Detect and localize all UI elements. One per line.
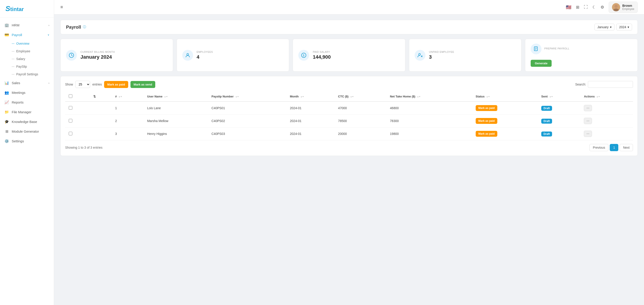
fullscreen-icon[interactable]: ⛶ bbox=[584, 5, 588, 10]
sort-number-icon: ▲▼ bbox=[118, 96, 122, 98]
row-number-1: 2 bbox=[112, 115, 144, 127]
col-month[interactable]: Month ▲▼ bbox=[286, 92, 334, 102]
row-month-0: 2024-01 bbox=[286, 102, 334, 115]
reports-icon: 📈 bbox=[4, 100, 9, 104]
sidebar-item-payroll[interactable]: 💳 Payroll ∨ bbox=[0, 30, 54, 40]
select-all-checkbox[interactable] bbox=[69, 94, 72, 98]
payroll-submenu: Overview Employee Salary PaySlip Payroll… bbox=[0, 40, 54, 78]
col-status[interactable]: Status ▲▼ bbox=[472, 92, 538, 102]
previous-button[interactable]: Previous bbox=[590, 144, 608, 151]
search-input[interactable] bbox=[588, 81, 633, 88]
employees-label: EMPLOYEES bbox=[197, 51, 213, 53]
building-icon: 🏢 bbox=[4, 23, 9, 27]
show-label: Show bbox=[65, 83, 73, 86]
sidebar-item-overview-label: Overview bbox=[16, 42, 29, 45]
dark-mode-icon[interactable]: ☾ bbox=[592, 5, 596, 10]
col-actions[interactable]: Actions ▲▼ bbox=[580, 92, 633, 102]
sidebar-item-meetings[interactable]: 👥 Meetings bbox=[0, 88, 54, 98]
chevron-down-icon: ∨ bbox=[48, 33, 49, 36]
sidebar-nav: 🏢 HRM › 💳 Payroll ∨ Overview Employee Sa… bbox=[0, 18, 54, 305]
mark-as-paid-row-button-1[interactable]: Mark as paid bbox=[476, 118, 498, 124]
sidebar-item-payroll-settings[interactable]: Payroll Settings bbox=[12, 70, 54, 78]
dollar-icon: $ bbox=[298, 50, 309, 61]
row-status-2: Mark as paid bbox=[472, 127, 538, 140]
svg-point-1 bbox=[614, 5, 618, 8]
sidebar-item-settings[interactable]: ⚙️ Settings bbox=[0, 136, 54, 146]
mark-as-paid-row-button-2[interactable]: Mark as paid bbox=[476, 131, 498, 137]
generate-button[interactable]: Generate bbox=[531, 60, 552, 67]
row-number-0: 1 bbox=[112, 102, 144, 115]
col-payslip[interactable]: Payslip Number ▲▼ bbox=[208, 92, 286, 102]
language-flag[interactable]: 🇺🇸 bbox=[566, 5, 572, 10]
sidebar-item-hrm[interactable]: 🏢 HRM › bbox=[0, 20, 54, 30]
user-role: Employee bbox=[622, 8, 634, 11]
action-dots-button-1[interactable]: ··· bbox=[584, 118, 592, 124]
sidebar-item-sales[interactable]: 📊 Sales › bbox=[0, 78, 54, 88]
stat-employees: EMPLOYEES 4 bbox=[177, 39, 289, 72]
col-number[interactable]: # ▲▼ bbox=[112, 92, 144, 102]
info-icon[interactable]: ⓘ bbox=[83, 25, 86, 29]
col-net-take-home[interactable]: Net Take Home ($) ▲▼ bbox=[386, 92, 472, 102]
employees-info: EMPLOYEES 4 bbox=[197, 51, 213, 60]
mark-as-send-button[interactable]: Mark as send bbox=[130, 81, 155, 88]
page-content: Payroll ⓘ January ▾ 2024 ▾ bbox=[54, 15, 644, 305]
user-profile-button[interactable]: Brown Employee bbox=[608, 2, 638, 13]
year-selector[interactable]: 2024 ▾ bbox=[616, 24, 632, 31]
row-checkbox-0[interactable] bbox=[69, 106, 72, 110]
row-net-take-home-2: 19800 bbox=[386, 127, 472, 140]
action-dots-button-2[interactable]: ··· bbox=[584, 131, 592, 137]
hamburger-menu-button[interactable]: ≡ bbox=[60, 5, 63, 10]
col-ctc[interactable]: CTC ($) ▲▼ bbox=[334, 92, 386, 102]
sidebar-item-employee[interactable]: Employee bbox=[12, 47, 54, 55]
sidebar-item-overview[interactable]: Overview bbox=[12, 40, 54, 47]
showing-text: Showing 1 to 3 of 3 entries bbox=[65, 146, 102, 149]
sort-ctc-icon: ▲▼ bbox=[350, 96, 354, 98]
col-sent[interactable]: Sent ▲▼ bbox=[538, 92, 580, 102]
month-selector[interactable]: January ▾ bbox=[594, 24, 614, 31]
row-checkbox-1[interactable] bbox=[69, 119, 72, 123]
row-actions-2: ··· bbox=[580, 127, 633, 140]
settings-icon[interactable]: ⚙ bbox=[600, 5, 604, 10]
row-username-2: Henry Higgins bbox=[144, 127, 208, 140]
date-selectors: January ▾ 2024 ▾ bbox=[594, 24, 632, 31]
header-right: 🇺🇸 ⊞ ⛶ ☾ ⚙ Brown Employee bbox=[566, 2, 638, 13]
sidebar-item-reports[interactable]: 📈 Reports bbox=[0, 98, 54, 107]
table-body: 1 Lois Lane C40PS01 2024-01 47000 46800 … bbox=[65, 102, 633, 140]
stats-row: CURRENT BILLING MONTH January 2024 EMPLO… bbox=[60, 39, 638, 72]
user-name: Brown bbox=[622, 4, 634, 8]
page-1-button[interactable]: 1 bbox=[610, 144, 618, 151]
sidebar-item-payslip[interactable]: PaySlip bbox=[12, 63, 54, 70]
paid-salary-value: 144,900 bbox=[313, 54, 331, 60]
sidebar-item-knowledge-base[interactable]: 🎓 Knowledge Base bbox=[0, 117, 54, 127]
row-number-2: 3 bbox=[112, 127, 144, 140]
table-controls-left: Show 25 50 100 entries Mark as paid Mark… bbox=[65, 81, 155, 88]
sidebar-item-meetings-label: Meetings bbox=[12, 91, 26, 95]
sort-icon[interactable]: ⇅ bbox=[93, 95, 96, 98]
action-dots-button-0[interactable]: ··· bbox=[584, 105, 592, 111]
row-sent-1: Draft bbox=[538, 115, 580, 127]
mark-as-paid-button[interactable]: Mark as paid bbox=[104, 81, 128, 88]
table-section: Show 25 50 100 entries Mark as paid Mark… bbox=[60, 76, 638, 156]
row-payslip-2: C40PS03 bbox=[208, 127, 286, 140]
month-value: January bbox=[597, 25, 608, 29]
sidebar-item-salary[interactable]: Salary bbox=[12, 55, 54, 63]
avatar bbox=[612, 3, 620, 11]
pagination: Previous 1 Next bbox=[590, 144, 633, 151]
row-checkbox-2[interactable] bbox=[69, 132, 72, 135]
sidebar-item-reports-label: Reports bbox=[12, 100, 24, 104]
col-username[interactable]: User Name ▲▼ bbox=[144, 92, 208, 102]
next-button[interactable]: Next bbox=[620, 144, 633, 151]
apps-icon[interactable]: ⊞ bbox=[576, 5, 579, 10]
mark-as-paid-row-button-0[interactable]: Mark as paid bbox=[476, 105, 498, 111]
calendar-icon bbox=[66, 50, 77, 61]
sort-payslip-icon: ▲▼ bbox=[235, 96, 239, 98]
user-x-icon bbox=[414, 50, 426, 61]
row-net-take-home-0: 46800 bbox=[386, 102, 472, 115]
sort-actions-icon: ▲▼ bbox=[596, 96, 600, 98]
row-payslip-0: C40PS01 bbox=[208, 102, 286, 115]
entries-select[interactable]: 25 50 100 bbox=[75, 81, 90, 88]
sidebar-item-module-generator[interactable]: ⊞ Module Generator bbox=[0, 127, 54, 136]
sidebar-item-file-manager[interactable]: 📁 File Manager bbox=[0, 107, 54, 117]
logo-area: Stintar bbox=[0, 0, 54, 18]
billing-month-info: CURRENT BILLING MONTH January 2024 bbox=[80, 51, 115, 60]
